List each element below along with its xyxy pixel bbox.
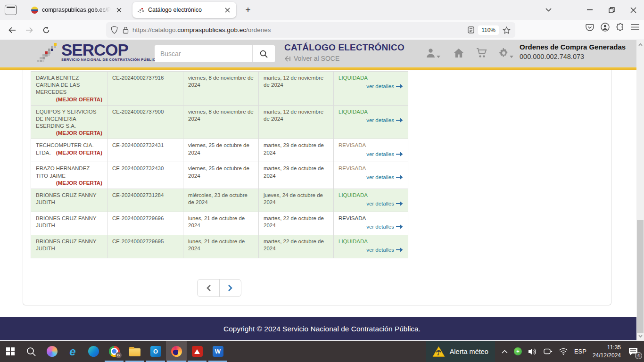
cart-button[interactable]: [476, 48, 487, 58]
volume-icon[interactable]: [528, 348, 537, 355]
taskbar: e G O W Alerta méteo + ESP 11:35 24/12/2…: [0, 341, 644, 362]
window-restore-button[interactable]: [601, 0, 622, 20]
home-icon: [454, 48, 464, 58]
arrow-right-icon: [396, 247, 403, 252]
taskbar-copilot-button[interactable]: [41, 341, 62, 362]
settings-menu-button[interactable]: [499, 48, 513, 58]
date-cell: martes, 29 de octubre de 2024: [259, 162, 334, 189]
weather-widget[interactable]: Alerta méteo: [426, 341, 495, 362]
page-content: SERCOP SERVICIO NACIONAL DE CONTRATACIÓN…: [0, 40, 644, 341]
supplier-cell: TECHCOMPUTER CIA. LTDA. (MEJOR OFERTA): [31, 139, 107, 162]
firefox-icon: [171, 346, 182, 357]
tab-list-chevron-icon[interactable]: [541, 0, 555, 20]
pagination-next-button[interactable]: [219, 280, 241, 296]
site-footer: Copyright © 2024 Servicio Nacional de Co…: [0, 317, 644, 340]
weather-label: Alerta méteo: [450, 348, 488, 355]
reader-view-icon[interactable]: [468, 26, 474, 33]
orders-counter: Ordenes de Compra Generadas 000.000.002.…: [520, 43, 626, 60]
tab1-close-icon[interactable]: [115, 6, 123, 14]
acrobat-icon: [192, 346, 203, 357]
zoom-level-indicator[interactable]: 110%: [478, 25, 499, 35]
taskbar-edge-button[interactable]: [83, 341, 104, 362]
search-input[interactable]: [155, 45, 252, 62]
bookmark-star-icon[interactable]: [503, 26, 511, 34]
taskbar-acrobat-button[interactable]: [187, 341, 207, 362]
home-button[interactable]: [454, 48, 464, 58]
wifi-icon[interactable]: [559, 348, 568, 355]
firefox-view-icon[interactable]: [5, 5, 17, 15]
scrollbar-thumb[interactable]: [637, 220, 644, 333]
status-cell: LIQUIDADAver detalles: [334, 72, 408, 106]
word-icon: W: [213, 346, 223, 357]
browser-tab-2-active[interactable]: Catálogo electrónico: [132, 2, 236, 18]
tab2-close-icon[interactable]: [223, 6, 231, 14]
ver-detalles-link[interactable]: ver detalles: [339, 117, 403, 124]
pagination-prev-button[interactable]: [198, 280, 219, 296]
taskbar-firefox-button[interactable]: [166, 341, 187, 362]
ver-detalles-link[interactable]: ver detalles: [339, 174, 403, 181]
new-tab-button[interactable]: +: [242, 4, 254, 16]
ver-detalles-link[interactable]: ver detalles: [339, 83, 403, 90]
order-code-cell: CE-20240002729696: [107, 212, 183, 235]
ver-detalles-link[interactable]: ver detalles: [339, 151, 403, 158]
date-cell: martes, 22 de octubre de 2024: [259, 235, 334, 258]
tray-app-icon[interactable]: +: [514, 347, 522, 355]
window-close-button[interactable]: [622, 0, 644, 20]
volver-soce-link[interactable]: Volver al SOCE: [284, 55, 339, 62]
copilot-icon: [47, 346, 58, 357]
tab1-favicon: [31, 7, 38, 14]
taskbar-chrome-button[interactable]: G: [104, 341, 124, 362]
supplier-name: DAVILA BENITEZ CARLINA DE LAS MERCEDES: [36, 75, 80, 95]
extensions-puzzle-icon[interactable]: [616, 23, 625, 32]
scroll-down-icon[interactable]: [636, 332, 644, 340]
status-cell: REVISADAver detalles: [334, 212, 408, 235]
account-icon[interactable]: [601, 23, 610, 32]
taskbar-search-button[interactable]: [21, 341, 41, 362]
menu-hamburger-icon[interactable]: [631, 24, 639, 30]
taskbar-clock[interactable]: 11:35 24/12/2024: [593, 344, 621, 359]
window-minimize-button[interactable]: [579, 0, 601, 20]
mejor-oferta-label: (MEJOR OFERTA): [56, 130, 102, 137]
taskbar-ie-button[interactable]: e: [62, 341, 83, 362]
url-text[interactable]: https://catalogo.compraspublicas.gob.ec/…: [132, 26, 468, 33]
taskbar-word-button[interactable]: W: [207, 341, 228, 362]
ver-detalles-link[interactable]: ver detalles: [339, 247, 403, 254]
status-badge: REVISADA: [339, 165, 403, 172]
notification-center-button[interactable]: 4: [627, 347, 639, 356]
date-cell: viernes, 8 de noviembre de 2024: [183, 105, 259, 139]
ver-detalles-label: ver detalles: [366, 174, 394, 180]
order-code-cell: CE-20240002737900: [107, 105, 183, 139]
taskbar-explorer-button[interactable]: [124, 341, 145, 362]
taskbar-outlook-button[interactable]: O: [145, 341, 166, 362]
page-scrollbar[interactable]: [636, 40, 644, 341]
orders-table-body: DAVILA BENITEZ CARLINA DE LAS MERCEDES (…: [31, 72, 408, 258]
reload-button[interactable]: [39, 23, 53, 37]
back-button[interactable]: [5, 23, 19, 37]
ver-detalles-link[interactable]: ver detalles: [339, 200, 403, 207]
search-button[interactable]: [252, 45, 275, 62]
scroll-up-icon[interactable]: [636, 41, 644, 49]
tracking-shield-icon[interactable]: [111, 26, 118, 34]
ver-detalles-label: ver detalles: [366, 83, 394, 89]
user-menu-button[interactable]: [426, 48, 440, 58]
url-bar[interactable]: https://catalogo.compraspublicas.gob.ec/…: [106, 22, 515, 38]
mejor-oferta-label: (MEJOR OFERTA): [56, 96, 102, 103]
lock-icon[interactable]: [123, 26, 129, 34]
chevron-right-icon: [228, 285, 232, 291]
meet-now-icon[interactable]: [544, 348, 553, 355]
pocket-icon[interactable]: [586, 24, 594, 31]
orders-table: DAVILA BENITEZ CARLINA DE LAS MERCEDES (…: [31, 71, 408, 258]
start-button[interactable]: [0, 341, 21, 362]
date-cell: jueves, 24 de octubre de 2024: [259, 189, 334, 212]
status-cell: REVISADAver detalles: [334, 139, 408, 162]
browser-tab-1[interactable]: compraspublicas.gob.ec/Proce: [26, 2, 128, 18]
tray-expand-icon[interactable]: [502, 350, 508, 354]
language-indicator[interactable]: ESP: [574, 348, 586, 355]
ver-detalles-link[interactable]: ver detalles: [339, 223, 403, 230]
caret-down-icon: [437, 56, 440, 58]
browser-toolbar: https://catalogo.compraspublicas.gob.ec/…: [0, 20, 644, 40]
forward-button[interactable]: [22, 23, 36, 37]
table-row: EQUIPOS Y SERVICIOS DE INGENIERIA ESERDI…: [31, 105, 408, 139]
sercop-logo: SERCOP SERVICIO NACIONAL DE CONTRATACIÓN…: [61, 41, 158, 62]
search-icon: [26, 347, 36, 356]
